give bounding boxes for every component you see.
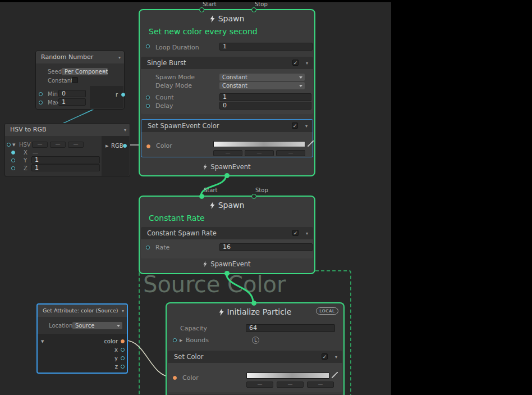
flow-anchor-stop[interactable] xyxy=(251,194,256,199)
set-spawnevent-color-header[interactable]: Set SpawnEvent Color ✓ ▾ xyxy=(141,120,313,132)
rate-port[interactable] xyxy=(146,246,150,249)
flow-anchor-stop[interactable] xyxy=(251,7,256,12)
spawn-event-flow-port[interactable] xyxy=(224,173,230,178)
color-z-subfield[interactable]: — xyxy=(307,382,334,388)
z-input-port[interactable] xyxy=(11,166,15,170)
hsv-input-port[interactable] xyxy=(7,143,11,147)
expand-open-icon[interactable]: ▼ xyxy=(12,143,15,147)
color-picker-icon[interactable] xyxy=(332,372,338,378)
color-input-port[interactable] xyxy=(146,144,150,148)
y-output-port[interactable] xyxy=(121,356,125,360)
constant-spawn-rate-block[interactable]: Constant Spawn Rate ✓ ▾ Rate 16 xyxy=(141,227,313,258)
flow-label-start-2: Start xyxy=(204,187,217,193)
color-gradient-field[interactable] xyxy=(246,373,329,379)
spawn-mode-dropdown[interactable]: Constant xyxy=(219,74,305,81)
single-burst-block[interactable]: Single Burst ✓ ▾ Spawn Mode Constant Del… xyxy=(141,57,313,114)
hsv-to-rgb-node[interactable]: HSV to RGB ▾ ▼ HSV — — — X — Y 1 Z 1 ▶ R… xyxy=(4,123,130,177)
z-output-port[interactable] xyxy=(121,365,125,369)
color-y-subfield[interactable]: — xyxy=(245,150,274,156)
hsv-x-subfield[interactable]: — xyxy=(32,142,48,148)
flow-anchor-start[interactable] xyxy=(199,7,204,12)
collapse-chevron-icon[interactable]: ▾ xyxy=(306,61,308,66)
constant-checkbox[interactable] xyxy=(72,77,78,83)
set-color-header[interactable]: Set Color ✓ ▾ xyxy=(168,351,342,363)
set-spawnevent-color-block[interactable]: Set SpawnEvent Color ✓ ▾ Color — — — xyxy=(141,119,313,157)
x-label: X xyxy=(24,149,27,156)
count-port[interactable] xyxy=(146,96,150,99)
context-header[interactable]: Spawn xyxy=(140,14,314,23)
loop-duration-port[interactable] xyxy=(146,44,150,48)
vfx-graph-canvas[interactable]: Source Color Start Stop Start Stop Spawn… xyxy=(0,0,532,395)
local-space-badge[interactable]: LOCAL xyxy=(316,307,338,315)
collapse-chevron-icon[interactable]: ▾ xyxy=(335,355,337,360)
single-burst-header[interactable]: Single Burst ✓ ▾ xyxy=(141,57,313,69)
count-field[interactable]: 1 xyxy=(219,93,311,101)
y-field[interactable]: 1 xyxy=(31,156,100,164)
min-field[interactable]: 0 xyxy=(58,90,86,97)
expand-open-icon[interactable]: ▼ xyxy=(41,339,44,344)
expand-closed-icon[interactable]: ▶ xyxy=(106,144,108,148)
set-color-enabled-checkbox[interactable]: ✓ xyxy=(322,353,328,360)
spawn-context-1[interactable]: Spawn Set new color every second Loop Du… xyxy=(139,9,315,176)
node-header[interactable]: HSV to RGB xyxy=(5,124,130,136)
color-y-subfield[interactable]: — xyxy=(277,382,304,388)
random-number-node[interactable]: Random Number ▾ Seed Per Component Const… xyxy=(35,51,125,110)
set-color-block[interactable]: Set Color ✓ ▾ Color — — — xyxy=(168,351,342,392)
hsv-z-subfield[interactable]: — xyxy=(68,142,84,148)
flow-anchor-input[interactable] xyxy=(251,301,256,306)
spawn-event-output[interactable]: SpawnEvent xyxy=(140,163,314,171)
delay-field[interactable]: 0 xyxy=(219,102,311,110)
system-name-label[interactable]: Constant Rate xyxy=(149,214,205,223)
color-x-subfield[interactable]: — xyxy=(246,382,273,388)
collapse-chevron-icon[interactable]: ▾ xyxy=(124,128,126,133)
loop-duration-field[interactable]: 1 xyxy=(219,43,313,51)
bounds-local-icon[interactable]: L xyxy=(252,337,259,344)
capacity-field[interactable]: 64 xyxy=(246,324,335,332)
set-spawnevent-color-enabled-checkbox[interactable]: ✓ xyxy=(292,122,298,129)
max-port[interactable] xyxy=(39,101,43,105)
color-gradient-field[interactable] xyxy=(213,141,305,147)
x-input-port[interactable] xyxy=(11,151,15,155)
delay-port[interactable] xyxy=(146,104,150,108)
collapse-chevron-icon[interactable]: ▾ xyxy=(305,124,308,129)
location-dropdown[interactable]: Source xyxy=(72,322,122,329)
seed-dropdown[interactable]: Per Component xyxy=(62,68,108,75)
output-r-port[interactable] xyxy=(121,93,125,97)
collapse-chevron-icon[interactable]: ▾ xyxy=(118,56,121,60)
color-x-subfield[interactable]: — xyxy=(213,150,242,156)
get-attribute-node[interactable]: Get Attribute: color (Source) ▾ Location… xyxy=(36,303,128,374)
flow-edge-spawn2-to-initialize[interactable] xyxy=(226,273,253,302)
y-input-port[interactable] xyxy=(11,158,15,162)
constant-spawn-rate-header[interactable]: Constant Spawn Rate ✓ ▾ xyxy=(141,227,313,239)
z-field[interactable]: 1 xyxy=(31,164,100,171)
color-picker-icon[interactable] xyxy=(308,140,314,147)
x-output-port[interactable] xyxy=(121,348,125,352)
color-output-port[interactable] xyxy=(121,339,125,343)
system-name-label[interactable]: Set new color every second xyxy=(149,27,258,36)
loop-duration-label: Loop Duration xyxy=(155,44,199,51)
constant-spawn-rate-enabled-checkbox[interactable]: ✓ xyxy=(292,230,299,236)
color-z-subfield[interactable]: — xyxy=(276,150,305,156)
rate-field[interactable]: 16 xyxy=(219,243,313,251)
collapse-chevron-icon[interactable]: ▾ xyxy=(122,309,124,314)
count-label: Count xyxy=(155,94,174,101)
expand-closed-icon[interactable]: ▶ xyxy=(180,338,182,343)
delay-mode-dropdown[interactable]: Constant xyxy=(219,82,305,89)
collapse-chevron-icon[interactable]: ▾ xyxy=(306,231,308,236)
color-input-port[interactable] xyxy=(173,376,177,380)
bounds-port[interactable] xyxy=(173,338,177,342)
flow-anchor-start[interactable] xyxy=(199,194,204,199)
node-header[interactable]: Random Number xyxy=(36,51,124,63)
spawn-event-flow-port[interactable] xyxy=(224,271,230,276)
rgb-output-port[interactable] xyxy=(123,144,127,148)
spawn-context-2[interactable]: Spawn Constant Rate Constant Spawn Rate … xyxy=(139,196,315,274)
hsv-y-subfield[interactable]: — xyxy=(50,142,66,148)
node-header[interactable]: Get Attribute: color (Source) xyxy=(38,305,127,317)
edge-color-attr-to-set-color[interactable] xyxy=(126,340,172,377)
context-header[interactable]: Spawn xyxy=(140,201,314,210)
min-port[interactable] xyxy=(39,92,43,96)
max-field[interactable]: 1 xyxy=(58,98,86,106)
initialize-particle-context[interactable]: Initialize Particle LOCAL Capacity 64 ▶ … xyxy=(166,302,345,395)
single-burst-enabled-checkbox[interactable]: ✓ xyxy=(292,60,299,66)
spawn-event-output[interactable]: SpawnEvent xyxy=(140,260,314,268)
